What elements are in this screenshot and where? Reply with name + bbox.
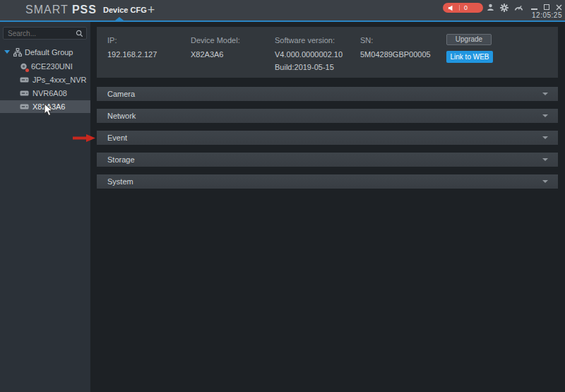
app-logo: SMART PSS (25, 4, 97, 16)
section-label: System (97, 177, 133, 186)
clock-time: 12:05:25 (532, 11, 562, 19)
alarm-badge[interactable]: 0 (443, 3, 483, 13)
collapse-triangle-icon[interactable] (4, 50, 10, 54)
offline-indicator (25, 69, 29, 72)
section-label: Network (97, 112, 136, 120)
maximize-button[interactable] (542, 3, 552, 11)
tree-item-device[interactable]: NVR6A08 (0, 87, 90, 100)
tree-group-label: Default Group (25, 48, 73, 57)
section-storage[interactable]: Storage (97, 153, 558, 167)
field-ip: IP: 192.168.2.127 (107, 36, 157, 59)
app-logo-primary: SMART (25, 4, 68, 16)
maximize-icon (544, 4, 549, 10)
section-camera[interactable]: Camera (97, 87, 558, 101)
chevron-down-icon[interactable] (542, 180, 548, 183)
chevron-down-icon[interactable] (542, 114, 548, 117)
field-model: Device Model: X82A3A6 (191, 36, 240, 59)
search-input[interactable] (4, 30, 76, 37)
title-bar: SMART PSS Device CFG + 0 (0, 0, 565, 22)
version-value: V4.000.0000002.10 (275, 50, 343, 59)
version-build: Build:2019-05-15 (275, 63, 343, 71)
close-button[interactable] (554, 3, 564, 11)
tree-item-label: JPs_4xxx_NVR (32, 76, 86, 84)
close-icon (556, 4, 562, 11)
upgrade-button[interactable]: Upgrade (446, 34, 492, 45)
performance-gauge-icon[interactable] (513, 3, 523, 12)
active-tab-indicator (115, 17, 124, 20)
minimize-button[interactable] (529, 3, 539, 11)
sn-value: 5M04289GBP00005 (360, 50, 431, 59)
search-icon[interactable] (76, 30, 83, 37)
nvr-device-icon (20, 103, 29, 110)
ip-value: 192.168.2.127 (107, 50, 157, 59)
ip-label: IP: (107, 36, 157, 44)
tree-item-device[interactable]: JPs_4xxx_NVR (0, 73, 90, 86)
dome-camera-icon (20, 63, 28, 71)
badge-divider (459, 5, 460, 11)
mouse-cursor-icon (44, 103, 54, 119)
nvr-device-icon (20, 90, 29, 97)
app-logo-secondary: PSS (72, 4, 97, 16)
speaker-icon (448, 5, 454, 11)
new-tab-button[interactable]: + (144, 1, 158, 18)
group-hierarchy-icon (13, 48, 22, 57)
minimize-icon (531, 8, 537, 10)
model-label: Device Model: (191, 36, 240, 44)
chevron-down-icon[interactable] (542, 158, 548, 161)
sn-label: SN: (360, 36, 431, 44)
field-version: Software version: V4.000.0000002.10 Buil… (275, 36, 343, 71)
model-value: X82A3A6 (191, 50, 240, 59)
section-system[interactable]: System (97, 174, 558, 189)
section-label: Camera (97, 90, 135, 98)
field-sn: SN: 5M04289GBP00005 (360, 36, 431, 59)
version-label: Software version: (275, 36, 343, 44)
link-to-web-button[interactable]: Link to WEB (446, 51, 493, 63)
device-cfg-main: IP: 192.168.2.127 Device Model: X82A3A6 … (90, 22, 565, 392)
section-label: Storage (97, 155, 135, 164)
chevron-down-icon[interactable] (542, 93, 548, 95)
device-info-panel: IP: 192.168.2.127 Device Model: X82A3A6 … (97, 27, 558, 78)
chevron-down-icon[interactable] (542, 136, 548, 139)
tree-group-default[interactable]: Default Group (0, 45, 90, 59)
search-box[interactable] (3, 27, 87, 40)
nvr-device-icon (20, 76, 29, 83)
tree-item-device[interactable]: 6CE230UNI (0, 60, 90, 73)
section-network[interactable]: Network (97, 109, 558, 123)
tab-device-cfg[interactable]: Device CFG (99, 0, 151, 20)
user-icon[interactable] (485, 3, 495, 12)
section-label: Event (97, 133, 127, 142)
gear-icon[interactable] (499, 3, 509, 12)
tree-item-label: NVR6A08 (32, 89, 67, 97)
tree-item-label: 6CE230UNI (31, 62, 73, 71)
alarm-count: 0 (464, 3, 468, 13)
device-tree-sidebar: Default Group 6CE230UNI JPs_4xxx_NVR (0, 22, 90, 392)
annotation-arrow-icon (73, 133, 96, 145)
section-event[interactable]: Event (97, 131, 558, 145)
